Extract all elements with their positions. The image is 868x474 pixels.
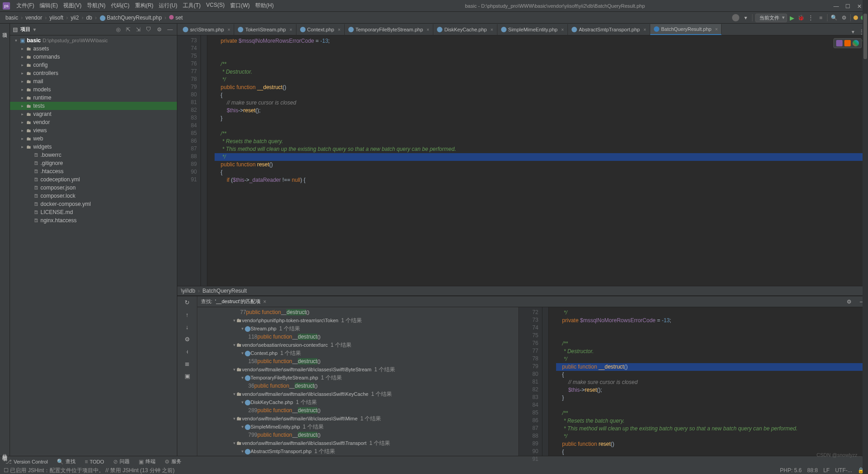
file-row[interactable]: 🖺 .bowerrc bbox=[10, 151, 177, 159]
tab-dropdown-icon[interactable]: ▾ bbox=[852, 29, 854, 35]
status-hint-icon[interactable]: ☐ bbox=[4, 467, 9, 474]
close-icon[interactable]: ✕ bbox=[857, 3, 863, 9]
file-row[interactable]: 🖺 docker-compose.yml bbox=[10, 200, 177, 208]
find-result-row[interactable]: 289 public function __destruct() bbox=[197, 406, 518, 414]
file-row[interactable]: 🖺 LICENSE.md bbox=[10, 208, 177, 216]
file-row[interactable]: 🖺 composer.json bbox=[10, 184, 177, 192]
gear-icon[interactable]: ⚙ bbox=[844, 299, 854, 305]
tab-close-icon[interactable]: × bbox=[426, 27, 429, 32]
folder-row[interactable]: ▸🖿 web bbox=[10, 135, 177, 143]
folder-row[interactable]: ▸🖿 vendor bbox=[10, 118, 177, 126]
find-result-row[interactable]: ▾ ⬤ Context.php 1 个结果 bbox=[197, 349, 518, 357]
preview-scrollbar[interactable] bbox=[863, 0, 868, 474]
toolwindow-button[interactable]: ▣终端 bbox=[135, 456, 159, 467]
nav-crumb[interactable]: BatchQueryResult bbox=[202, 288, 246, 294]
find-results-tree[interactable]: 77 public function __destruct()▾ 🖿 vendo… bbox=[197, 307, 519, 456]
run-icon[interactable]: ▶ bbox=[790, 15, 794, 21]
stop-icon[interactable]: ■ bbox=[817, 15, 824, 21]
menu-item[interactable]: 导航(N) bbox=[84, 2, 108, 10]
settings-icon[interactable]: ⚙ bbox=[840, 15, 848, 21]
folder-row[interactable]: ▸🖿 commands bbox=[10, 53, 177, 61]
editor-tab[interactable]: Context.php× bbox=[296, 24, 345, 35]
rerun-icon[interactable]: ↻ bbox=[185, 299, 190, 306]
chevron-down-icon[interactable]: ▾ bbox=[742, 15, 749, 21]
nav-crumb[interactable]: \yii\db bbox=[181, 288, 195, 294]
editor-tab[interactable]: DiskKeyCache.php× bbox=[433, 24, 497, 35]
tab-close-icon[interactable]: × bbox=[561, 27, 564, 32]
tab-close-icon[interactable]: × bbox=[228, 27, 231, 32]
folder-row[interactable]: ▸🖿 views bbox=[10, 126, 177, 135]
project-tree[interactable]: ▾▣ basic D:\phpstudy_pro\WWW\basic▸🖿 ass… bbox=[10, 35, 177, 456]
toolwindow-button[interactable]: ≡TODO bbox=[81, 456, 108, 467]
structure-tool-button[interactable]: 共 结构 书签 bbox=[1, 449, 8, 452]
folder-row[interactable]: ▸🖿 runtime bbox=[10, 94, 177, 102]
editor-tab[interactable]: SimpleMimeEntity.php× bbox=[497, 24, 568, 35]
menu-item[interactable]: 视图(V) bbox=[60, 2, 84, 10]
menu-item[interactable]: 编辑(E) bbox=[37, 2, 60, 10]
folder-row[interactable]: ▸🖿 widgets bbox=[10, 143, 177, 151]
find-preview[interactable]: 7273747576777879808182838485868788899091… bbox=[519, 307, 868, 456]
find-result-row[interactable]: 118 public function __destruct() bbox=[197, 333, 518, 341]
editor-tab[interactable]: Token\Stream.php× bbox=[234, 24, 296, 35]
tab-close-icon[interactable]: × bbox=[715, 27, 718, 32]
status-dot-yellow[interactable] bbox=[853, 15, 858, 20]
folder-row[interactable]: ▸🖿 config bbox=[10, 61, 177, 69]
breadcrumb-item[interactable]: yiisoft bbox=[48, 15, 65, 21]
editor-main[interactable]: 73747576777879808182838485868788899091 p… bbox=[177, 35, 868, 286]
folder-row[interactable]: ▸🖿 models bbox=[10, 85, 177, 94]
menu-item[interactable]: 代码(C) bbox=[108, 2, 132, 10]
tab-close-icon[interactable]: × bbox=[290, 27, 292, 32]
status-eol[interactable]: LF bbox=[823, 467, 830, 474]
more-run-icon[interactable]: ⋮ bbox=[807, 15, 814, 21]
breadcrumb-item[interactable]: ⬤ BatchQueryResult.php bbox=[98, 15, 164, 21]
editor-tab[interactable]: TemporaryFileByteStream.php× bbox=[345, 24, 433, 35]
file-row[interactable]: 🖺 .gitignore bbox=[10, 159, 177, 167]
breadcrumb-item[interactable]: yii2 bbox=[69, 15, 80, 21]
maximize-icon[interactable]: ☐ bbox=[845, 3, 851, 9]
find-result-row[interactable]: ▾ ⬤ AbstractSmtpTransport.php 1 个结果 bbox=[197, 447, 518, 455]
file-row[interactable]: 🖺 codeception.yml bbox=[10, 175, 177, 184]
avatar-icon[interactable] bbox=[732, 14, 739, 21]
find-result-row[interactable]: 36 public function __destruct() bbox=[197, 382, 518, 390]
find-result-row[interactable]: ▾ 🖿 vendor\phpunit\php-token-stream\src\… bbox=[197, 316, 518, 324]
gear-icon[interactable]: ⚙ bbox=[156, 26, 163, 33]
status-encoding[interactable]: UTF-... bbox=[835, 467, 852, 474]
file-row[interactable]: 🖺 nginx.htaccess bbox=[10, 216, 177, 225]
tab-close-icon[interactable]: × bbox=[338, 27, 341, 32]
filter-icon[interactable]: ⛉ bbox=[145, 26, 153, 33]
debug-icon[interactable]: 🐞 bbox=[797, 15, 804, 21]
menu-item[interactable]: 窗口(W) bbox=[227, 2, 252, 10]
search-icon[interactable]: 🔍 bbox=[830, 15, 838, 21]
project-root[interactable]: ▾▣ basic D:\phpstudy_pro\WWW\basic bbox=[10, 36, 177, 45]
breadcrumb-item[interactable]: basic bbox=[4, 15, 20, 21]
close-tag-icon[interactable]: × bbox=[263, 299, 266, 305]
tab-close-icon[interactable]: × bbox=[643, 27, 646, 32]
menu-item[interactable]: 重构(R) bbox=[132, 2, 156, 10]
status-php[interactable]: PHP: 5.6 bbox=[780, 467, 802, 474]
toolwindow-button[interactable]: ⚙服务 bbox=[161, 456, 185, 467]
folder-row[interactable]: ▸🖿 assets bbox=[10, 45, 177, 53]
editor-tab[interactable]: AbstractSmtpTransport.php× bbox=[568, 24, 650, 35]
find-result-row[interactable]: ▾ ⬤ TemporaryFileByteStream.php 1 个结果 bbox=[197, 374, 518, 382]
folder-row[interactable]: ▸🖿 controllers bbox=[10, 69, 177, 77]
settings-icon[interactable]: ⚙ bbox=[185, 336, 190, 343]
folder-row[interactable]: ▸🖿 mail bbox=[10, 77, 177, 85]
hide-icon[interactable]: — bbox=[166, 26, 174, 33]
find-result-row[interactable]: ▾ 🖿 vendor\swiftmailer\swiftmailer\lib\c… bbox=[197, 414, 518, 423]
toolwindow-button[interactable]: ⎇Version Control bbox=[2, 456, 51, 467]
phpstorm-icon[interactable] bbox=[836, 40, 843, 46]
find-result-row[interactable]: 799 public function __destruct() bbox=[197, 431, 518, 439]
breadcrumb-item[interactable]: vendor bbox=[24, 15, 44, 21]
collapse-all-icon[interactable]: ⇲ bbox=[135, 26, 142, 33]
menu-item[interactable]: VCS(S) bbox=[203, 2, 227, 10]
file-row[interactable]: 🖺 composer.lock bbox=[10, 192, 177, 200]
find-result-row[interactable]: ▾ ⬤ Stream.php 1 个结果 bbox=[197, 324, 518, 333]
find-result-row[interactable]: 158 public function __destruct() bbox=[197, 357, 518, 365]
list-icon[interactable]: ≣ bbox=[185, 360, 190, 367]
menu-item[interactable]: 工具(T) bbox=[180, 2, 203, 10]
pin-icon[interactable]: ▣ bbox=[185, 373, 190, 379]
breadcrumb-item[interactable]: db bbox=[84, 15, 94, 21]
firefox-icon[interactable] bbox=[844, 40, 851, 46]
find-result-row[interactable]: ▾ 🖿 vendor\swiftmailer\swiftmailer\lib\c… bbox=[197, 439, 518, 447]
find-result-row[interactable]: ▾ 🖿 vendor\swiftmailer\swiftmailer\lib\c… bbox=[197, 365, 518, 374]
